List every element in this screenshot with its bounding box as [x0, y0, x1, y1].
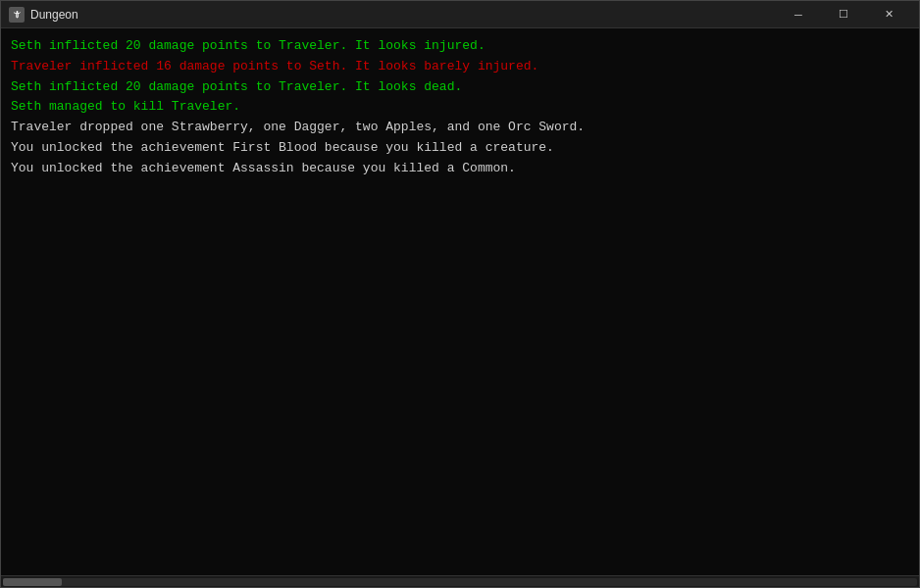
message-log: Seth inflicted 20 damage points to Trave… [11, 36, 909, 179]
message-line: Traveler dropped one Strawberry, one Dag… [11, 118, 909, 138]
minimize-button[interactable]: ─ [776, 1, 821, 28]
scrollbar-track[interactable] [3, 578, 917, 586]
maximize-button[interactable]: ☐ [821, 1, 866, 28]
message-line: Seth inflicted 20 damage points to Trave… [11, 36, 909, 57]
title-bar-left: 🗡 Dungeon [9, 7, 78, 23]
message-line: Traveler inflicted 16 damage points to S… [11, 57, 909, 77]
scrollbar-thumb[interactable] [3, 578, 62, 586]
window-icon: 🗡 [9, 7, 25, 23]
message-line: You unlocked the achievement First Blood… [11, 138, 909, 159]
window-title: Dungeon [30, 8, 78, 22]
scrollbar-area [1, 575, 919, 587]
dungeon-window: 🗡 Dungeon ─ ☐ ✕ Seth inflicted 20 damage… [0, 0, 920, 588]
message-line: You unlocked the achievement Assassin be… [11, 159, 909, 179]
message-line: Seth inflicted 20 damage points to Trave… [11, 77, 909, 98]
title-bar: 🗡 Dungeon ─ ☐ ✕ [1, 1, 919, 28]
close-button[interactable]: ✕ [866, 1, 911, 28]
content-area: Seth inflicted 20 damage points to Trave… [1, 28, 919, 575]
message-line: Seth managed to kill Traveler. [11, 97, 909, 118]
title-bar-controls: ─ ☐ ✕ [776, 1, 911, 28]
